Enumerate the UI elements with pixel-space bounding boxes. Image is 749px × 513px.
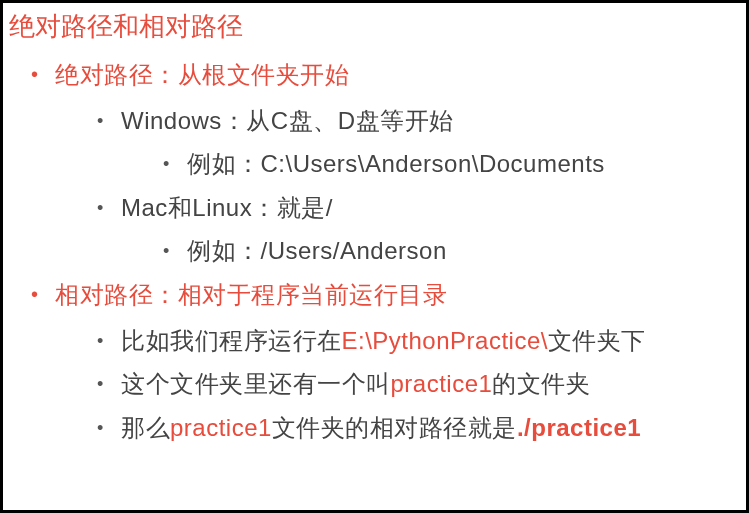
list-item: •绝对路径：从根文件夹开始•Windows：从C盘、D盘等开始•例如：C:\Us…: [31, 58, 736, 268]
list-item: •比如我们程序运行在E:\PythonPractice\文件夹下: [97, 324, 736, 358]
bullet-icon: •: [31, 64, 49, 84]
list-text: 绝对路径：从根文件夹开始: [55, 58, 349, 92]
list-text: Windows：从C盘、D盘等开始: [121, 104, 454, 138]
list-row: •例如：/Users/Anderson: [163, 234, 736, 268]
list-row: •比如我们程序运行在E:\PythonPractice\文件夹下: [97, 324, 736, 358]
list-text: Mac和Linux：就是/: [121, 191, 333, 225]
list-text: 比如我们程序运行在E:\PythonPractice\文件夹下: [121, 324, 646, 358]
list-text: 例如：/Users/Anderson: [187, 234, 447, 268]
bullet-icon: •: [31, 284, 49, 304]
text-fragment: E:\PythonPractice\: [342, 327, 548, 354]
list-row: •相对路径：相对于程序当前运行目录: [31, 278, 736, 312]
text-fragment: 相对路径：相对于程序当前运行目录: [55, 281, 447, 308]
bullet-icon: •: [97, 112, 115, 130]
text-fragment: 文件夹的相对路径就是: [272, 414, 517, 441]
bullet-list: •绝对路径：从根文件夹开始•Windows：从C盘、D盘等开始•例如：C:\Us…: [31, 58, 736, 444]
text-fragment: 文件夹下: [548, 327, 646, 354]
bullet-list: •例如：/Users/Anderson: [163, 234, 736, 268]
bullet-icon: •: [97, 419, 115, 437]
bullet-icon: •: [163, 155, 181, 173]
text-fragment: 那么: [121, 414, 170, 441]
text-fragment: 的文件夹: [492, 370, 590, 397]
list-text: 相对路径：相对于程序当前运行目录: [55, 278, 447, 312]
slide-content: 绝对路径和相对路径 •绝对路径：从根文件夹开始•Windows：从C盘、D盘等开…: [0, 0, 749, 513]
list-row: •绝对路径：从根文件夹开始: [31, 58, 736, 92]
bullet-list: •Windows：从C盘、D盘等开始•例如：C:\Users\Anderson\…: [97, 104, 736, 268]
bullet-list: •比如我们程序运行在E:\PythonPractice\文件夹下•这个文件夹里还…: [97, 324, 736, 445]
list-item: •相对路径：相对于程序当前运行目录•比如我们程序运行在E:\PythonPrac…: [31, 278, 736, 444]
list-text: 这个文件夹里还有一个叫practice1的文件夹: [121, 367, 590, 401]
list-row: •Windows：从C盘、D盘等开始: [97, 104, 736, 138]
list-row: •这个文件夹里还有一个叫practice1的文件夹: [97, 367, 736, 401]
text-fragment: practice1: [170, 414, 272, 441]
list-item: •例如：/Users/Anderson: [163, 234, 736, 268]
list-item: •这个文件夹里还有一个叫practice1的文件夹: [97, 367, 736, 401]
bullet-list: •例如：C:\Users\Anderson\Documents: [163, 147, 736, 181]
text-fragment: 这个文件夹里还有一个叫: [121, 370, 391, 397]
slide-title: 绝对路径和相对路径: [9, 9, 736, 44]
text-fragment: ./practice1: [517, 414, 641, 441]
bullet-icon: •: [163, 242, 181, 260]
list-item: •那么practice1文件夹的相对路径就是./practice1: [97, 411, 736, 445]
list-row: •Mac和Linux：就是/: [97, 191, 736, 225]
text-fragment: 比如我们程序运行在: [121, 327, 342, 354]
list-item: •Mac和Linux：就是/•例如：/Users/Anderson: [97, 191, 736, 268]
list-text: 例如：C:\Users\Anderson\Documents: [187, 147, 605, 181]
bullet-icon: •: [97, 332, 115, 350]
text-fragment: practice1: [391, 370, 493, 397]
list-text: 那么practice1文件夹的相对路径就是./practice1: [121, 411, 641, 445]
list-row: •那么practice1文件夹的相对路径就是./practice1: [97, 411, 736, 445]
bullet-icon: •: [97, 375, 115, 393]
list-row: •例如：C:\Users\Anderson\Documents: [163, 147, 736, 181]
list-item: •例如：C:\Users\Anderson\Documents: [163, 147, 736, 181]
list-item: •Windows：从C盘、D盘等开始•例如：C:\Users\Anderson\…: [97, 104, 736, 181]
bullet-icon: •: [97, 199, 115, 217]
